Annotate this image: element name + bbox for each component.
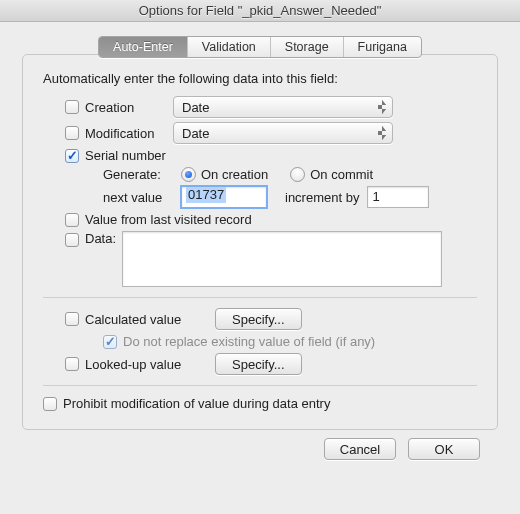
intro-text: Automatically enter the following data i… bbox=[43, 71, 477, 86]
on-commit-label: On commit bbox=[310, 167, 373, 182]
increment-input[interactable]: 1 bbox=[367, 186, 429, 208]
tab-validation[interactable]: Validation bbox=[188, 37, 271, 57]
prohibit-checkbox[interactable] bbox=[43, 397, 57, 411]
calculated-specify-button[interactable]: Specify... bbox=[215, 308, 302, 330]
looked-up-checkbox[interactable] bbox=[65, 357, 79, 371]
window-title: Options for Field "_pkid_Answer_Needed" bbox=[0, 0, 520, 22]
on-commit-radio[interactable] bbox=[290, 167, 305, 182]
on-creation-radio[interactable] bbox=[181, 167, 196, 182]
looked-up-label: Looked-up value bbox=[85, 357, 215, 372]
data-textarea[interactable] bbox=[122, 231, 442, 287]
generate-label: Generate: bbox=[103, 167, 181, 182]
next-value-input[interactable]: 01737 bbox=[181, 186, 267, 208]
serial-number-checkbox[interactable] bbox=[65, 149, 79, 163]
calculated-label: Calculated value bbox=[85, 312, 215, 327]
separator-2 bbox=[43, 385, 477, 386]
cancel-button[interactable]: Cancel bbox=[324, 438, 396, 460]
prohibit-label: Prohibit modification of value during da… bbox=[63, 396, 330, 411]
increment-label: increment by bbox=[285, 190, 359, 205]
modification-select[interactable]: Date bbox=[173, 122, 393, 144]
next-value-label: next value bbox=[103, 190, 181, 205]
modification-label: Modification bbox=[85, 126, 173, 141]
tab-bar: Auto-Enter Validation Storage Furigana bbox=[98, 36, 422, 58]
tab-auto-enter[interactable]: Auto-Enter bbox=[99, 37, 188, 57]
tab-storage[interactable]: Storage bbox=[271, 37, 344, 57]
serial-number-label: Serial number bbox=[85, 148, 166, 163]
creation-select[interactable]: Date bbox=[173, 96, 393, 118]
do-not-replace-label: Do not replace existing value of field (… bbox=[123, 334, 375, 349]
separator bbox=[43, 297, 477, 298]
on-creation-label: On creation bbox=[201, 167, 268, 182]
value-from-last-label: Value from last visited record bbox=[85, 212, 252, 227]
data-checkbox[interactable] bbox=[65, 233, 79, 247]
looked-up-specify-button[interactable]: Specify... bbox=[215, 353, 302, 375]
tab-furigana[interactable]: Furigana bbox=[344, 37, 421, 57]
calculated-checkbox[interactable] bbox=[65, 312, 79, 326]
creation-checkbox[interactable] bbox=[65, 100, 79, 114]
modification-checkbox[interactable] bbox=[65, 126, 79, 140]
do-not-replace-checkbox bbox=[103, 335, 117, 349]
ok-button[interactable]: OK bbox=[408, 438, 480, 460]
value-from-last-checkbox[interactable] bbox=[65, 213, 79, 227]
data-label: Data: bbox=[85, 231, 116, 246]
creation-label: Creation bbox=[85, 100, 173, 115]
auto-enter-panel: Automatically enter the following data i… bbox=[22, 54, 498, 430]
